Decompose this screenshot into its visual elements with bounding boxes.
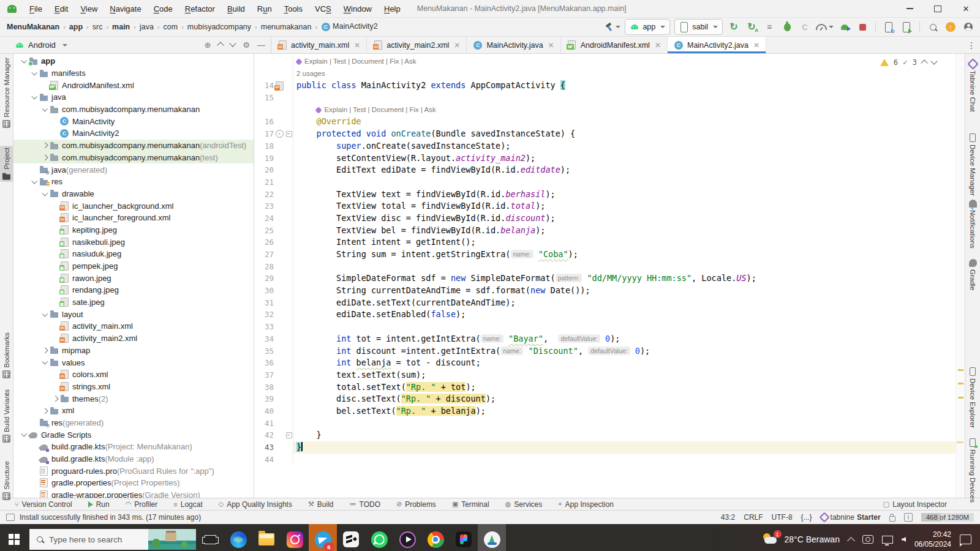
tree-toggle-icon[interactable] <box>40 359 49 365</box>
tree-item-androidmanifest-xml[interactable]: MFAndroidManifest.xml <box>13 79 254 91</box>
tree-toggle-icon[interactable] <box>40 348 49 353</box>
menu-code[interactable]: Code <box>148 2 178 16</box>
expand-all-icon[interactable] <box>216 40 225 50</box>
code-line[interactable]: 22 TextView text = findViewById(R.id.ber… <box>254 189 965 201</box>
tool-bookmarks[interactable]: Bookmarks <box>0 332 13 378</box>
youtube-music-icon[interactable] <box>393 524 421 551</box>
prev-problem-icon[interactable] <box>921 59 927 66</box>
tree-item-com-mubisyadcompany-menumakanan[interactable]: com.mubisyadcompany.menumakanan <box>13 103 254 116</box>
minimize-button[interactable] <box>895 0 924 17</box>
menu-file[interactable]: File <box>24 2 48 16</box>
ai-actions-inlay[interactable]: Explain | Test | Document | Fix | Ask <box>316 104 965 116</box>
toolwindow-run[interactable]: Run <box>88 500 110 509</box>
tree-item-build-gradle-kts[interactable]: build.gradle.kts (Project: MenuMakanan) <box>13 441 254 453</box>
menu-tools[interactable]: Tools <box>279 2 308 16</box>
tree-item-ic_launcher_background-xml[interactable]: <>ic_launcher_background.xml <box>13 200 254 212</box>
tree-toggle-icon[interactable] <box>40 107 49 113</box>
menu-refactor[interactable]: Refactor <box>179 2 221 16</box>
close-tab-icon[interactable]: ✕ <box>655 41 661 50</box>
toolwindow-profiler[interactable]: ◠Profiler <box>126 500 158 509</box>
tree-item-mipmap[interactable]: mipmap <box>13 345 254 357</box>
breadcrumb-item[interactable]: java <box>138 21 156 32</box>
ide-update-icon[interactable]: ↑ <box>944 20 957 34</box>
warning-mark[interactable] <box>958 369 963 371</box>
caret-position[interactable]: 43:2 <box>721 513 735 522</box>
tool-tabnine-chat[interactable]: Tabnine Chat <box>965 60 980 112</box>
code-line[interactable]: 44 <box>254 454 965 466</box>
menu-run[interactable]: Run <box>252 2 277 16</box>
code-line[interactable]: 42 } <box>254 429 965 441</box>
status-message[interactable]: Install successfully finished in 343 ms.… <box>20 513 201 522</box>
account-icon[interactable] <box>962 20 975 34</box>
clock-widget[interactable]: 20:4206/05/2024 <box>914 530 951 549</box>
fold-marker-icon[interactable] <box>286 131 292 137</box>
project-tree[interactable]: appmanifestsMFAndroidManifest.xmljavacom… <box>13 54 254 498</box>
code-line[interactable]: 41 <box>254 418 965 430</box>
tree-item-nasiuduk-jpeg[interactable]: ▨nasiuduk.jpeg <box>13 248 254 260</box>
weather-widget[interactable]: 128°C Berawan <box>763 533 840 545</box>
event-log-icon[interactable] <box>6 514 15 521</box>
tab-activity_main2-xml[interactable]: <>activity_main2.xml✕ <box>367 37 467 53</box>
close-tab-icon[interactable]: ✕ <box>753 41 760 50</box>
tree-item-layout[interactable]: layout <box>13 308 254 320</box>
tool-resource-manager[interactable]: Resource Manager <box>0 58 13 128</box>
tree-item-com-mubisyadcompany-menumakanan[interactable]: com.mubisyadcompany.menumakanan (test) <box>13 152 254 164</box>
code-line[interactable]: 23 TextView total = findViewById(R.id.to… <box>254 200 965 212</box>
collapse-all-icon[interactable] <box>228 40 237 50</box>
action-center-icon[interactable] <box>960 534 971 544</box>
build-tools-dropdown-icon[interactable] <box>605 20 620 34</box>
memory-indicator[interactable]: 468 of 1280M <box>921 513 974 522</box>
code-line[interactable]: 40 bel.setText("Rp. " + belanja); <box>254 405 965 418</box>
breadcrumb-item[interactable]: com <box>162 21 180 32</box>
tree-item-sate-jpeg[interactable]: ▨sate.jpeg <box>13 296 254 309</box>
device-select[interactable]: sabil <box>674 19 723 35</box>
warning-mark[interactable] <box>958 383 963 384</box>
locate-file-icon[interactable]: ⊕ <box>202 40 213 50</box>
toolwindow-terminal[interactable]: ▣Terminal <box>452 500 489 509</box>
tree-item-xml[interactable]: xml <box>13 405 254 417</box>
inspection-profile[interactable]: {...} <box>801 513 812 522</box>
next-problem-icon[interactable] <box>930 58 937 64</box>
breadcrumb-item[interactable]: src <box>91 21 105 32</box>
tree-item-com-mubisyadcompany-menumakanan[interactable]: com.mubisyadcompany.menumakanan (android… <box>13 140 254 152</box>
tabnine-status[interactable]: tabnine Starter <box>821 513 881 522</box>
toolwindow-version-control[interactable]: ⑂Version Control <box>15 500 72 509</box>
toolwindow-build[interactable]: ⚒Build <box>308 500 334 509</box>
tree-toggle-icon[interactable] <box>40 312 49 318</box>
start-button[interactable] <box>0 524 28 551</box>
edge-icon[interactable] <box>224 524 252 551</box>
tree-item-pempek-jpeg[interactable]: ▨pempek.jpeg <box>13 260 254 272</box>
code-line[interactable]: 33 <box>254 321 965 333</box>
tab-activity_main-xml[interactable]: <>activity_main.xml✕ <box>271 37 367 53</box>
tool-device-explorer[interactable]: Device Explorer <box>965 367 980 428</box>
tree-item-strings-xml[interactable]: <>strings.xml <box>13 381 254 393</box>
tool-structure[interactable]: Structure <box>0 461 13 500</box>
code-line[interactable]: 39 disc.setText("Rp. " + discount); <box>254 393 965 405</box>
tree-item-drawable[interactable]: drawable <box>13 188 254 200</box>
menu-view[interactable]: View <box>75 2 103 16</box>
search-everywhere-icon[interactable] <box>926 20 940 34</box>
code-line[interactable]: 24 TextView disc = findViewById(R.id.dis… <box>254 212 965 225</box>
tree-item-app[interactable]: app <box>13 55 254 67</box>
run-configuration-select[interactable]: app <box>625 19 670 35</box>
tree-item-res[interactable]: res <box>13 176 254 188</box>
code-line[interactable]: 43} <box>254 441 965 454</box>
typo-count[interactable]: 3 <box>913 58 917 67</box>
debug-icon[interactable] <box>780 20 794 34</box>
menu-window[interactable]: Window <box>338 2 377 16</box>
tree-toggle-icon[interactable] <box>20 58 28 64</box>
tab-androidmanifest-xml[interactable]: MFAndroidManifest.xml✕ <box>561 37 668 53</box>
device-pairing-icon[interactable] <box>882 20 895 34</box>
run-list-icon[interactable]: ≡ <box>763 20 776 34</box>
menu-help[interactable]: Help <box>379 2 406 16</box>
tree-item-activity_main2-xml[interactable]: <>activity_main2.xml <box>13 332 254 345</box>
code-line[interactable]: 29 SimpleDateFormat sdf = new SimpleDate… <box>254 272 965 285</box>
apply-code-changes-icon[interactable]: ↻A <box>745 20 758 34</box>
lock-icon[interactable] <box>889 516 895 522</box>
code-line[interactable]: 18 super.onCreate(savedInstanceState); <box>254 140 965 152</box>
menu-edit[interactable]: Edit <box>49 2 74 16</box>
toolwindow-layout-inspector[interactable]: ▢Layout Inspector <box>883 500 947 509</box>
meet-now-icon[interactable] <box>862 535 873 544</box>
tree-item-colors-xml[interactable]: <>colors.xml <box>13 369 254 381</box>
tree-toggle-icon[interactable] <box>40 191 49 197</box>
